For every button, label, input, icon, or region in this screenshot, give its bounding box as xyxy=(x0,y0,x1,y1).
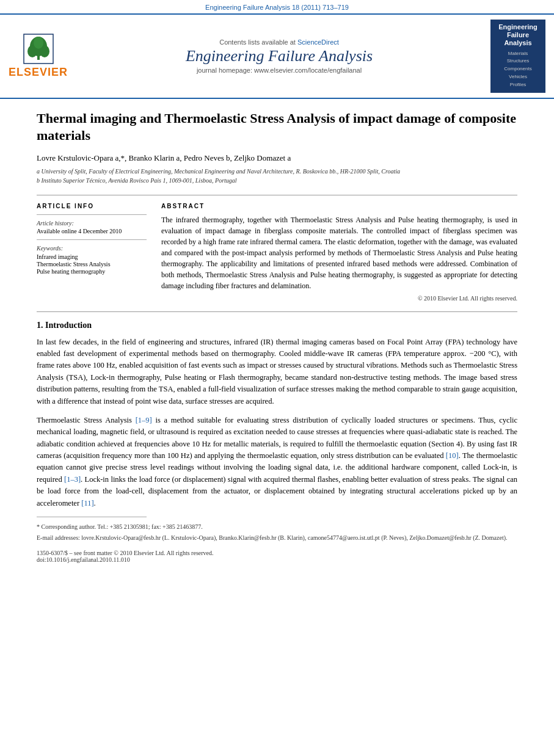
ref-1-9[interactable]: [1–9] xyxy=(136,416,152,424)
sciencedirect-link[interactable]: ScienceDirect xyxy=(297,38,339,46)
journal-reference: Engineering Failure Analysis 18 (2011) 7… xyxy=(0,0,554,13)
keywords-label: Keywords: xyxy=(37,245,147,252)
doi-text: doi:10.1016/j.engfailanal.2010.11.010 xyxy=(37,556,517,563)
footer-issn: 1350-6307/$ – see front matter © 2010 El… xyxy=(37,550,517,563)
article-info-abstract: ARTICLE INFO Article history: Available … xyxy=(37,195,517,302)
section-number: 1. xyxy=(37,321,43,330)
authors-line: Lovre Krstulovic-Opara a,*, Branko Klari… xyxy=(37,153,517,163)
journal-name: Engineering Failure Analysis xyxy=(74,47,484,65)
affiliation-b: b Instituto Superior Técnico, Avenida Ro… xyxy=(37,176,517,185)
elsevier-tree-icon xyxy=(23,33,54,65)
authors-text: Lovre Krstulovic-Opara a,*, Branko Klari… xyxy=(37,153,291,162)
journal-title-area: Contents lists available at ScienceDirec… xyxy=(74,38,484,74)
intro-paragraph-1: In last few decades, in the field of eng… xyxy=(37,336,517,407)
sciencedirect-label: Contents lists available at ScienceDirec… xyxy=(74,38,484,46)
intro-paragraph-2: Thermoelastic Stress Analysis [1–9] is a… xyxy=(37,415,517,509)
footnote-emails: E-mail addresses: lovre.Krstulovic-Opara… xyxy=(37,533,517,542)
journal-cover-title: Engineering Failure Analysis xyxy=(495,23,541,48)
article-info-panel: ARTICLE INFO Article history: Available … xyxy=(37,203,147,302)
keyword-2: Thermoelastic Stress Analysis xyxy=(37,261,147,267)
emails-text: E-mail addresses: lovre.Krstulovic-Opara… xyxy=(37,534,508,541)
journal-homepage: journal homepage: www.elsevier.com/locat… xyxy=(74,67,484,74)
footnote-divider xyxy=(37,517,147,517)
abstract-text: The infrared thermography, together with… xyxy=(161,214,517,291)
journal-cover: Engineering Failure Analysis Materials S… xyxy=(490,20,545,93)
cover-links: Materials Structures Components Vehicles… xyxy=(495,50,541,89)
issn-text: 1350-6307/$ – see front matter © 2010 El… xyxy=(37,550,517,556)
journal-header: ELSEVIER Contents lists available at Sci… xyxy=(0,13,554,99)
history-label: Article history: xyxy=(37,220,147,227)
ref-1-3[interactable]: [1–3] xyxy=(64,475,81,484)
abstract-heading: ABSTRACT xyxy=(161,203,517,209)
article-info-heading: ARTICLE INFO xyxy=(37,203,147,209)
elsevier-logo xyxy=(23,33,54,66)
footnote-corresponding: * Corresponding author. Tel.: +385 21305… xyxy=(37,522,517,531)
cover-line1: Engineering xyxy=(498,23,538,31)
svg-point-5 xyxy=(34,37,43,49)
elsevier-logo-area: ELSEVIER xyxy=(9,33,68,79)
journal-ref-text: Engineering Failure Analysis 18 (2011) 7… xyxy=(205,4,349,11)
ref-10[interactable]: [10] xyxy=(446,451,459,460)
affiliation-a: a University of Split, Faculty of Electr… xyxy=(37,167,517,176)
section-divider xyxy=(37,311,517,312)
keyword-1: Infrared imaging xyxy=(37,253,147,260)
section-title-text: Introduction xyxy=(45,321,92,330)
intro-section-title: 1. Introduction xyxy=(37,321,517,330)
keyword-3: Pulse heating thermography xyxy=(37,268,147,275)
affiliations: a University of Split, Faculty of Electr… xyxy=(37,167,517,185)
available-online: Available online 4 December 2010 xyxy=(37,228,147,234)
article-title: Thermal imaging and Thermoelastic Stress… xyxy=(37,110,517,145)
abstract-panel: ABSTRACT The infrared thermography, toge… xyxy=(161,203,517,302)
copyright-notice: © 2010 Elsevier Ltd. All rights reserved… xyxy=(161,295,517,302)
cover-line3: Analysis xyxy=(504,39,531,46)
cover-line2: Failure xyxy=(507,31,529,38)
contents-label: Contents lists available at xyxy=(219,38,296,46)
elsevier-wordmark: ELSEVIER xyxy=(9,66,68,79)
main-content: Thermal imaging and Thermoelastic Stress… xyxy=(0,99,554,574)
ref-11[interactable]: [11] xyxy=(81,499,93,507)
corresponding-text: * Corresponding author. Tel.: +385 21305… xyxy=(37,523,203,530)
